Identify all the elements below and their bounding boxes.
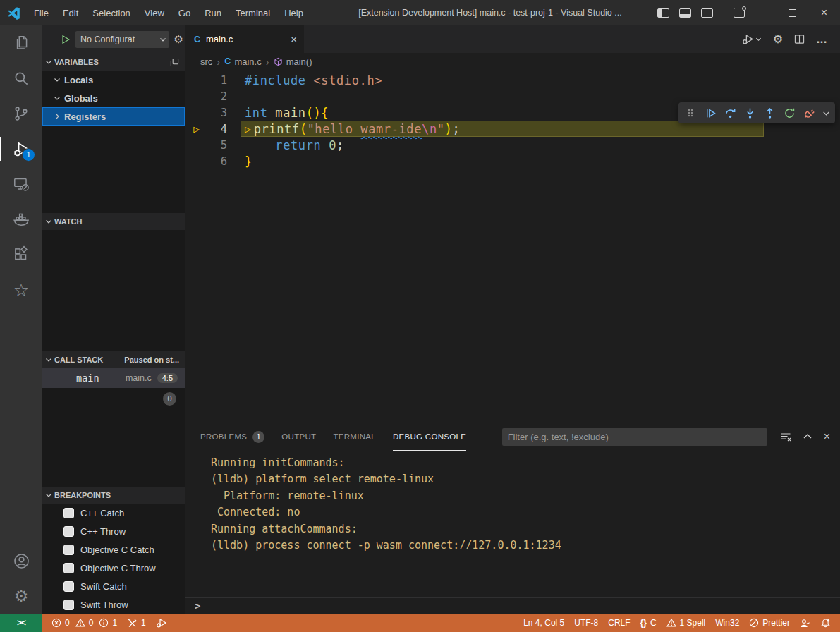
watch-section-header[interactable]: WATCH [42,213,185,230]
breakpoint-checkbox[interactable] [63,526,74,537]
call-stack-section-header[interactable]: CALL STACK Paused on st... [42,351,185,368]
step-over-icon[interactable] [721,104,739,122]
menu-file[interactable]: File [27,0,56,25]
breadcrumb-item[interactable]: src [200,56,212,67]
variables-item-registers[interactable]: Registers [42,107,185,126]
explorer-icon[interactable] [0,25,42,61]
editor-settings-gear-icon[interactable]: ⚙ [773,32,783,46]
breakpoint-row[interactable]: Swift Catch [42,577,185,595]
eol-status[interactable]: CRLF [603,618,635,628]
breakpoint-checkbox[interactable] [63,581,74,592]
minimize-button[interactable] [745,0,777,25]
code-line-1[interactable]: 1#include <stdio.h> [185,72,840,88]
menu-view[interactable]: View [138,0,171,25]
launch-gear-icon[interactable]: ⚙ [174,33,183,46]
clear-console-icon[interactable] [780,431,791,442]
code-token: ; [336,138,344,152]
chevron-down-icon [45,492,52,499]
source-control-icon[interactable] [0,96,42,131]
remote-explorer-icon[interactable] [0,166,42,202]
step-out-icon[interactable] [760,104,779,122]
breakpoint-checkbox[interactable] [63,563,74,573]
menu-run[interactable]: Run [197,0,229,25]
code-text: ▷printf("hello wamr-ide\n"); [227,122,460,136]
breakpoint-row[interactable]: Objective C Catch [42,540,185,559]
menu-selection[interactable]: Selection [85,0,137,25]
account-icon[interactable] [0,543,42,578]
code-token: main [275,106,305,120]
chevron-down-icon [159,36,166,43]
breakpoints-section-header[interactable]: BREAKPOINTS [42,487,185,504]
menu-terminal[interactable]: Terminal [229,0,277,25]
toolbar-drag-handle[interactable] [681,104,700,122]
variables-item-globals[interactable]: Globals [42,89,185,107]
console-input-row[interactable]: > [185,597,840,614]
line-number: 2 [209,90,227,103]
extensions-icon[interactable] [0,237,42,272]
tab-main-c[interactable]: C main.c × [185,25,304,53]
variables-section-header[interactable]: VARIABLES [42,54,185,71]
spell-checker-status[interactable]: 1 Spell [662,618,711,628]
menu-go[interactable]: Go [171,0,197,25]
panel-tab-output[interactable]: OUTPUT [281,423,316,451]
code-line-5[interactable]: 5 return 0; [185,137,840,153]
debug-configuration-dropdown[interactable]: No Configurat [75,31,169,48]
favorites-star-icon[interactable]: ☆ [0,272,42,308]
restart-icon[interactable] [780,104,798,122]
toggle-panel-icon[interactable] [679,8,691,18]
customize-layout-icon[interactable] [734,8,745,18]
disconnect-icon[interactable] [800,104,818,122]
language-mode[interactable]: {} C [635,618,662,628]
code-editor[interactable]: 1#include <stdio.h>23int main(){▷4▷print… [185,70,840,423]
run-or-debug-icon[interactable] [742,33,762,45]
menu-edit[interactable]: Edit [56,0,85,25]
copy-value-icon[interactable] [170,58,179,67]
breakpoint-row[interactable]: Objective C Throw [42,559,185,577]
problems-status[interactable]: 0 0 1 [47,618,122,628]
breakpoint-row[interactable]: C++ Catch [42,504,185,522]
variables-item-locals[interactable]: Locals [42,71,185,89]
debug-session-status[interactable] [151,617,172,628]
debug-console-filter-input[interactable] [502,428,767,446]
formatter-status[interactable]: Prettier [744,618,795,628]
cursor-position[interactable]: Ln 4, Col 5 [518,618,569,628]
more-actions-icon[interactable]: … [816,33,829,46]
maximize-panel-icon[interactable] [803,432,812,442]
chevron-down-icon [45,218,52,225]
continue-icon[interactable] [701,104,719,122]
close-button[interactable]: × [808,0,840,25]
code-line-6[interactable]: 6} [185,153,840,169]
toolchain-status[interactable]: 1 [122,618,151,628]
breakpoint-row[interactable]: C++ Throw [42,522,185,540]
close-panel-icon[interactable]: × [824,430,830,443]
menu-help[interactable]: Help [277,0,310,25]
toggle-secondary-sidebar-icon[interactable] [701,8,713,18]
run-and-debug-icon[interactable]: 1 [0,131,42,166]
remote-indicator[interactable]: >< [0,614,42,632]
tab-close-icon[interactable]: × [291,33,297,45]
start-debug-icon[interactable] [61,35,71,44]
toolbar-chevron-down-icon[interactable] [820,104,832,122]
breadcrumb-item[interactable]: main() [274,56,312,67]
breakpoint-checkbox[interactable] [63,545,74,555]
toggle-sidebar-icon[interactable] [657,8,669,18]
panel-tab-debug-console[interactable]: DEBUG CONSOLE [393,423,466,451]
breakpoint-row[interactable]: Swift Throw [42,595,185,614]
panel-tab-terminal[interactable]: TERMINAL [333,423,376,451]
stack-frame-row[interactable]: main main.c 4:5 [42,368,185,388]
split-editor-icon[interactable] [794,34,805,44]
breakpoint-checkbox[interactable] [63,600,74,610]
breadcrumb-item[interactable]: Cmain.c [224,56,261,67]
notifications-bell[interactable] [815,618,836,628]
platform-status[interactable]: Win32 [710,618,744,628]
encoding-status[interactable]: UTF-8 [569,618,603,628]
feedback-status[interactable] [795,618,815,628]
search-icon[interactable] [0,61,42,96]
maximize-button[interactable] [777,0,808,25]
breakpoint-checkbox[interactable] [63,508,74,518]
docker-icon[interactable] [0,202,42,237]
settings-gear-icon[interactable]: ⚙ [0,578,42,614]
panel-tab-problems[interactable]: PROBLEMS1 [200,423,264,451]
step-into-icon[interactable] [741,104,759,122]
symbol-method-icon [274,57,283,66]
